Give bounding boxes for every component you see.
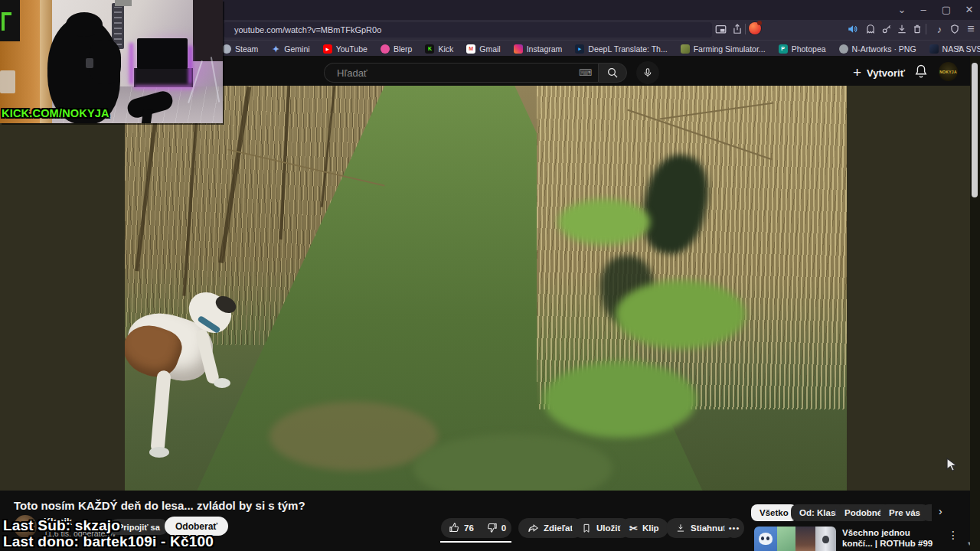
like-count[interactable]: 76 — [464, 523, 474, 533]
grass-tuft — [616, 280, 746, 349]
kick-url-banner: KICK.COM/NOKYJA — [2, 107, 109, 119]
mouse-cursor — [945, 457, 960, 475]
dog — [126, 279, 249, 462]
bookmark-kick[interactable]: KKick — [425, 44, 453, 54]
search-input[interactable]: Hľadať ⌨ — [324, 63, 598, 83]
voice-search-button[interactable] — [636, 61, 659, 84]
keyboard-icon[interactable]: ⌨ — [579, 67, 592, 78]
bookmark-steam[interactable]: Steam — [222, 44, 258, 54]
trash-icon[interactable] — [910, 22, 924, 36]
video-player[interactable] — [125, 86, 847, 491]
screen: ⌄ – ▢ ✕ youtube.com/watch?v=MBmTFkGpR0o … — [0, 0, 980, 551]
bookmark-label: Gemini — [284, 44, 309, 54]
blerp-favicon — [381, 44, 390, 54]
gemini-favicon: ✦ — [271, 44, 280, 54]
bookmark-gmail[interactable]: MGmail — [466, 44, 500, 54]
steam-favicon — [222, 44, 231, 54]
webcam-chair-logo — [86, 58, 93, 68]
webcam-overlay: KICK.COM/NOKYJA — [0, 0, 223, 123]
bookmark-n-artworks[interactable]: N-Artworks · PNG — [839, 44, 916, 54]
bookmark-youtube[interactable]: ▶YouTube — [323, 44, 368, 54]
webcam-chair-wing — [89, 40, 121, 84]
tab-audio-icon[interactable] — [845, 22, 859, 36]
extension-badge-icon[interactable] — [749, 22, 761, 34]
bookmark-label: YouTube — [336, 44, 368, 54]
dog-rear-paw — [149, 447, 169, 458]
ambient-right-strip — [847, 86, 980, 491]
bookmark-blerp[interactable]: Blerp — [381, 44, 413, 54]
webcam-wardrobe — [193, 0, 223, 61]
related-video-kebab-icon[interactable]: ⋮ — [948, 529, 959, 541]
search-button[interactable] — [598, 63, 627, 83]
thumbs-down-icon[interactable] — [486, 522, 498, 535]
plus-icon: + — [853, 65, 861, 80]
picture-in-picture-icon[interactable] — [714, 22, 727, 36]
password-keys-icon[interactable] — [880, 22, 893, 36]
dislike-count[interactable]: 0 — [501, 523, 506, 533]
notifications-bell-icon[interactable] — [913, 64, 929, 82]
instagram-favicon — [514, 44, 523, 54]
bookmark-label: DeepL Translate: Th... — [588, 44, 667, 54]
bookmark-label: Photopea — [792, 44, 826, 54]
like-underline — [440, 541, 511, 543]
webcam-kick-logo-shape — [2, 12, 11, 31]
bookmark-label: Farming Simulator... — [694, 44, 766, 54]
toolbar-divider — [926, 24, 926, 34]
url-field[interactable]: youtube.com/watch?v=MBmTFkGpR0o — [224, 22, 712, 37]
window-close-button[interactable]: ✕ — [962, 4, 977, 16]
downloads-icon[interactable] — [895, 22, 909, 36]
thumbs-up-icon[interactable] — [449, 522, 460, 535]
gmail-favicon: M — [466, 44, 475, 54]
webcam-tv — [137, 38, 188, 69]
toolbar-divider — [745, 24, 746, 34]
window-menu-chevron-icon[interactable]: ⌄ — [894, 4, 910, 16]
bookmark-nasa-svs[interactable]: NASA SVS | Black H... — [929, 44, 980, 54]
scrollbar-thumb[interactable] — [972, 63, 978, 197]
clip-button[interactable]: ✂ Klip — [620, 518, 668, 538]
window-minimize-button[interactable]: – — [916, 4, 931, 16]
chip-all[interactable]: Všetko — [751, 504, 797, 521]
ghost-extension-icon[interactable] — [864, 22, 877, 36]
bookmark-gemini[interactable]: ✦Gemini — [271, 44, 309, 54]
bookmarks-overflow-chevron[interactable]: » — [957, 42, 962, 51]
webcam-tv-stand — [134, 68, 193, 87]
video-title: Toto nosím KAŽDÝ deň do lesa... zvládol … — [14, 499, 305, 512]
create-button[interactable]: + Vytvoriť — [853, 63, 905, 83]
bookmark-label: Steam — [235, 44, 258, 54]
bookmark-label: N-Artworks · PNG — [852, 44, 916, 54]
kick-favicon: K — [425, 44, 434, 54]
chips-scroll-chevron[interactable]: › — [939, 505, 942, 517]
webcam-shelf-item — [0, 70, 15, 93]
grass-tuft — [558, 199, 650, 245]
last-sub-overlay: Last Sub: skzajo — [3, 517, 120, 534]
webcam-chair-armstem — [142, 109, 153, 123]
webcam-led-strip — [188, 46, 192, 84]
chip-for-you[interactable]: Pre vás — [880, 504, 929, 521]
dog-front-paw — [214, 378, 230, 388]
last-dono-overlay: Last dono: bartek109i - Kč100 — [3, 533, 214, 550]
account-avatar[interactable]: NOKYJA — [939, 62, 958, 81]
webcam-led-strip — [134, 86, 193, 89]
more-actions-button[interactable]: ••• — [724, 518, 744, 538]
related-video-thumbnail[interactable] — [754, 527, 836, 551]
chip-clipped[interactable] — [923, 504, 932, 521]
related-video-title[interactable]: Všechno jednou končí... | ROTHub #99 — [842, 528, 940, 549]
thumbnail-face — [795, 527, 815, 551]
photopea-favicon: P — [779, 44, 788, 54]
bookmark-deepl[interactable]: ▸DeepL Translate: Th... — [575, 44, 667, 54]
dry-brush-right — [537, 86, 847, 409]
like-dislike-pill: 76 0 — [441, 518, 511, 538]
dog-rear-leg — [150, 370, 171, 453]
privacy-shield-icon[interactable] — [948, 22, 962, 36]
bookmark-photopea[interactable]: PPhotopea — [779, 44, 826, 54]
bookmark-label: Instagram — [527, 44, 563, 54]
window-maximize-button[interactable]: ▢ — [939, 4, 954, 16]
webcam-led-strip — [129, 43, 133, 84]
dry-patch — [270, 402, 438, 471]
bookmark-farming-simulator[interactable]: Farming Simulator... — [681, 44, 766, 54]
browser-menu-icon[interactable]: ≡ — [964, 22, 978, 36]
share-page-icon[interactable] — [730, 22, 744, 36]
bookmark-instagram[interactable]: Instagram — [514, 44, 563, 54]
thumbnail-ghost-art — [754, 527, 777, 551]
music-panel-icon[interactable]: ♪ — [933, 22, 946, 36]
